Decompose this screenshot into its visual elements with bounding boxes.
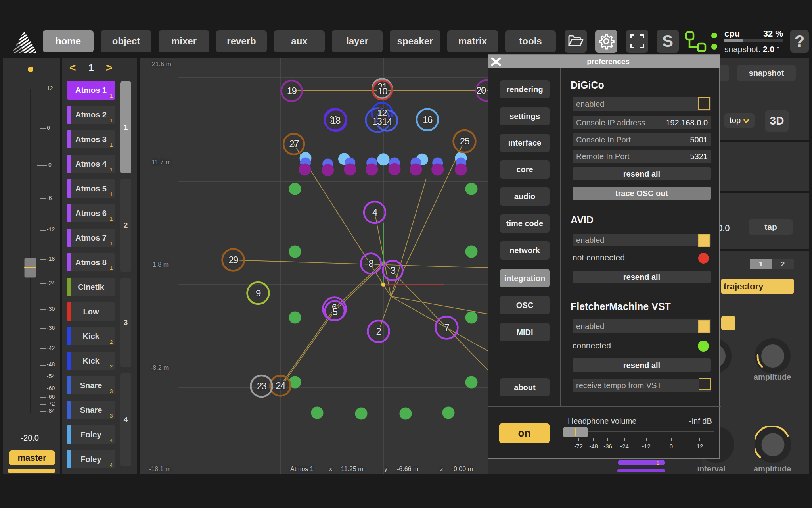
svg-text:24: 24 [276,380,285,391]
svg-text:7: 7 [444,322,450,333]
svg-text:4: 4 [372,207,377,217]
svg-text:20: 20 [476,85,486,96]
svg-text:8: 8 [369,258,374,269]
svg-text:9: 9 [256,288,261,298]
svg-text:2: 2 [376,326,381,337]
svg-text:10: 10 [377,86,387,96]
svg-text:19: 19 [287,85,297,96]
svg-text:16: 16 [423,114,433,125]
svg-text:27: 27 [289,139,299,149]
svg-text:25: 25 [460,136,470,146]
svg-text:29: 29 [228,254,238,265]
svg-text:13: 13 [372,116,382,127]
svg-text:3: 3 [391,265,396,276]
svg-text:23: 23 [257,381,267,391]
svg-text:18: 18 [331,115,341,126]
svg-text:5: 5 [333,306,338,317]
svg-text:14: 14 [382,116,392,127]
